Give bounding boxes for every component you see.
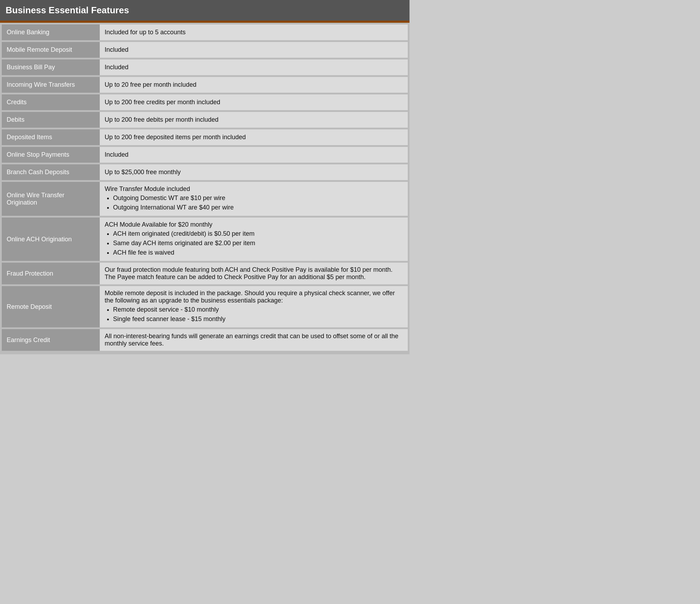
- feature-value-text: Included for up to 5 accounts: [105, 29, 186, 36]
- feature-value-credits: Up to 200 free credits per month include…: [100, 94, 408, 110]
- table-row: Remote DepositMobile remote deposit is i…: [2, 286, 408, 327]
- feature-label-remote-deposit: Remote Deposit: [2, 286, 100, 327]
- feature-value-text: Mobile remote deposit is included in the…: [105, 290, 403, 304]
- feature-value-list: Remote deposit service - $10 monthlySing…: [113, 305, 225, 324]
- feature-value-earnings-credit: All non-interest-bearing funds will gene…: [100, 329, 408, 351]
- features-table: Online BankingIncluded for up to 5 accou…: [0, 23, 410, 354]
- feature-value-text: Up to $25,000 free monthly: [105, 169, 181, 176]
- feature-value-text: All non-interest-bearing funds will gene…: [105, 333, 403, 347]
- feature-label-online-stop-payments: Online Stop Payments: [2, 147, 100, 163]
- feature-label-online-wire-transfer-origination: Online Wire Transfer Origination: [2, 182, 100, 216]
- feature-value-text: ACH Module Available for $20 monthly: [105, 221, 212, 228]
- feature-label-online-banking: Online Banking: [2, 24, 100, 40]
- list-item: Remote deposit service - $10 monthly: [113, 305, 225, 314]
- table-row: Branch Cash DepositsUp to $25,000 free m…: [2, 164, 408, 180]
- feature-label-mobile-remote-deposit: Mobile Remote Deposit: [2, 42, 100, 58]
- table-row: Online BankingIncluded for up to 5 accou…: [2, 24, 408, 40]
- table-row: Deposited ItemsUp to 200 free deposited …: [2, 129, 408, 145]
- table-row: Online ACH OriginationACH Module Availab…: [2, 218, 408, 261]
- feature-value-branch-cash-deposits: Up to $25,000 free monthly: [100, 164, 408, 180]
- table-row: Fraud ProtectionOur fraud protection mod…: [2, 263, 408, 284]
- feature-value-online-banking: Included for up to 5 accounts: [100, 24, 408, 40]
- feature-label-credits: Credits: [2, 94, 100, 110]
- feature-value-deposited-items: Up to 200 free deposited items per month…: [100, 129, 408, 145]
- table-row: Online Stop PaymentsIncluded: [2, 147, 408, 163]
- feature-value-debits: Up to 200 free debits per month included: [100, 112, 408, 128]
- feature-value-text: Included: [105, 151, 128, 158]
- list-item: Same day ACH items originated are $2.00 …: [113, 239, 255, 248]
- list-item: Outgoing International WT are $40 per wi…: [113, 203, 234, 212]
- feature-value-text: Wire Transfer Module included: [105, 185, 190, 193]
- feature-value-online-wire-transfer-origination: Wire Transfer Module includedOutgoing Do…: [100, 182, 408, 216]
- feature-label-incoming-wire-transfers: Incoming Wire Transfers: [2, 77, 100, 93]
- feature-value-text: Included: [105, 64, 128, 71]
- list-item: ACH file fee is waived: [113, 248, 255, 257]
- feature-value-remote-deposit: Mobile remote deposit is included in the…: [100, 286, 408, 327]
- feature-value-online-ach-origination: ACH Module Available for $20 monthlyACH …: [100, 218, 408, 261]
- table-row: Mobile Remote DepositIncluded: [2, 42, 408, 58]
- feature-label-fraud-protection: Fraud Protection: [2, 263, 100, 284]
- feature-value-online-stop-payments: Included: [100, 147, 408, 163]
- feature-label-debits: Debits: [2, 112, 100, 128]
- feature-value-list: Outgoing Domestic WT are $10 per wireOut…: [113, 193, 234, 212]
- feature-value-text: Our fraud protection module featuring bo…: [105, 266, 403, 281]
- header: Business Essential Features: [0, 0, 410, 23]
- feature-label-deposited-items: Deposited Items: [2, 129, 100, 145]
- table-row: DebitsUp to 200 free debits per month in…: [2, 112, 408, 128]
- table-row: Online Wire Transfer OriginationWire Tra…: [2, 182, 408, 216]
- table-row: Earnings CreditAll non-interest-bearing …: [2, 329, 408, 351]
- feature-value-text: Up to 200 free debits per month included: [105, 116, 218, 123]
- feature-value-list: ACH item originated (credit/debit) is $0…: [113, 229, 255, 257]
- list-item: ACH item originated (credit/debit) is $0…: [113, 229, 255, 239]
- table-row: CreditsUp to 200 free credits per month …: [2, 94, 408, 110]
- list-item: Outgoing Domestic WT are $10 per wire: [113, 193, 234, 203]
- page-title: Business Essential Features: [6, 5, 404, 16]
- feature-value-text: Included: [105, 46, 128, 54]
- feature-label-earnings-credit: Earnings Credit: [2, 329, 100, 351]
- feature-value-incoming-wire-transfers: Up to 20 free per month included: [100, 77, 408, 93]
- feature-value-fraud-protection: Our fraud protection module featuring bo…: [100, 263, 408, 284]
- feature-value-mobile-remote-deposit: Included: [100, 42, 408, 58]
- feature-label-business-bill-pay: Business Bill Pay: [2, 59, 100, 75]
- feature-value-text: Up to 20 free per month included: [105, 81, 196, 88]
- feature-label-branch-cash-deposits: Branch Cash Deposits: [2, 164, 100, 180]
- feature-label-online-ach-origination: Online ACH Origination: [2, 218, 100, 261]
- feature-value-business-bill-pay: Included: [100, 59, 408, 75]
- table-row: Business Bill PayIncluded: [2, 59, 408, 75]
- list-item: Single feed scanner lease - $15 monthly: [113, 314, 225, 324]
- feature-value-text: Up to 200 free credits per month include…: [105, 99, 220, 106]
- feature-value-text: Up to 200 free deposited items per month…: [105, 134, 246, 141]
- table-row: Incoming Wire TransfersUp to 20 free per…: [2, 77, 408, 93]
